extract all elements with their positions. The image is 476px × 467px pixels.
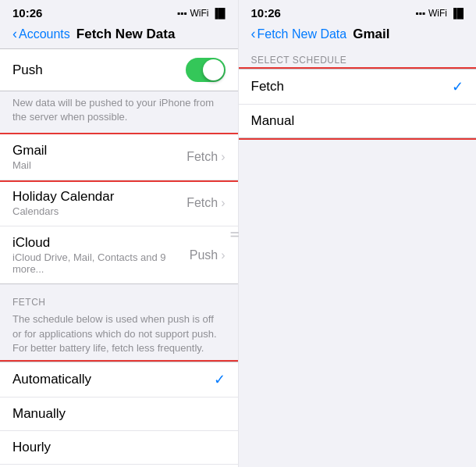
push-label: Push xyxy=(12,62,186,78)
icloud-chevron-icon: › xyxy=(221,248,225,262)
push-toggle[interactable] xyxy=(186,58,226,82)
accounts-list: Gmail Mail Fetch › Holiday Calendar Cale… xyxy=(0,134,238,284)
right-status-icons: ▪▪▪ WiFi ▐█ xyxy=(415,8,464,19)
left-phone-panel: 10:26 ▪▪▪ WiFi ▐█ ‹ Accounts Fetch New D… xyxy=(0,0,238,467)
left-nav-bar: ‹ Accounts Fetch New Data xyxy=(0,23,238,48)
icloud-item[interactable]: iCloud iCloud Drive, Mail, Contacts and … xyxy=(0,226,238,283)
schedule-fetch-label: Fetch xyxy=(251,79,453,94)
schedule-manual-label: Manual xyxy=(251,113,464,129)
gmail-badge: Fetch xyxy=(186,150,218,164)
push-section: Push xyxy=(0,48,238,91)
fetch-automatically-label: Automatically xyxy=(12,372,214,387)
left-back-label: Accounts xyxy=(19,27,70,41)
icloud-title: iCloud xyxy=(12,235,190,251)
battery-icon: ▐█ xyxy=(211,8,225,19)
wifi-icon: WiFi xyxy=(190,8,208,19)
left-nav-title: Fetch New Data xyxy=(76,27,176,42)
icloud-badge: Push xyxy=(190,248,218,262)
gmail-subtitle: Mail xyxy=(12,159,186,171)
fetch-automatically-item[interactable]: Automatically ✓ xyxy=(0,362,238,397)
gmail-account-item[interactable]: Gmail Mail Fetch › xyxy=(0,134,238,180)
select-schedule-label: SELECT SCHEDULE xyxy=(239,48,477,69)
push-item[interactable]: Push xyxy=(0,49,238,91)
holiday-badge: Fetch xyxy=(186,196,218,210)
right-status-bar: 10:26 ▪▪▪ WiFi ▐█ xyxy=(239,0,477,23)
fetch-description: The schedule below is used when push is … xyxy=(0,312,238,362)
fetch-hourly-label: Hourly xyxy=(12,440,226,455)
right-wifi-icon: WiFi xyxy=(428,8,447,19)
schedule-manual-item[interactable]: Manual xyxy=(239,105,477,137)
holiday-calendar-subtitle: Calendars xyxy=(12,205,186,217)
left-status-icons: ▪▪▪ WiFi ▐█ xyxy=(177,8,226,19)
push-description: New data will be pushed to your iPhone f… xyxy=(0,91,238,134)
left-status-time: 10:26 xyxy=(12,6,42,20)
fetch-automatically-checkmark: ✓ xyxy=(214,371,226,388)
fetch-options-list: Automatically ✓ Manually Hourly Every 30… xyxy=(0,362,238,467)
left-back-button[interactable]: ‹ Accounts xyxy=(12,26,70,42)
right-back-chevron-icon: ‹ xyxy=(251,26,256,42)
right-nav-bar: ‹ Fetch New Data Gmail xyxy=(239,23,477,48)
fetch-manually-item[interactable]: Manually xyxy=(0,397,238,431)
right-battery-icon: ▐█ xyxy=(450,8,464,19)
icloud-subtitle: iCloud Drive, Mail, Contacts and 9 more.… xyxy=(12,251,190,275)
fetch-hourly-item[interactable]: Hourly xyxy=(0,431,238,465)
holiday-calendar-item[interactable]: Holiday Calendar Calendars Fetch › xyxy=(0,180,238,226)
gmail-title: Gmail xyxy=(12,143,186,159)
signal-icon: ▪▪▪ xyxy=(177,8,187,19)
gmail-chevron-icon: › xyxy=(221,150,225,164)
left-back-chevron-icon: ‹ xyxy=(12,26,17,42)
fetch-section-label: FETCH xyxy=(0,284,238,312)
right-back-button[interactable]: ‹ Fetch New Data xyxy=(251,26,347,42)
right-signal-icon: ▪▪▪ xyxy=(415,8,425,19)
toggle-knob xyxy=(203,59,224,80)
holiday-calendar-title: Holiday Calendar xyxy=(12,189,186,205)
schedule-options-list: Fetch ✓ Manual xyxy=(239,69,477,138)
schedule-fetch-item[interactable]: Fetch ✓ xyxy=(239,70,477,105)
schedule-fetch-checkmark: ✓ xyxy=(452,78,464,95)
right-nav-title: Gmail xyxy=(353,27,389,42)
right-phone-panel: 10:26 ▪▪▪ WiFi ▐█ ‹ Fetch New Data Gmail… xyxy=(239,0,477,467)
left-status-bar: 10:26 ▪▪▪ WiFi ▐█ xyxy=(0,0,238,23)
right-back-label: Fetch New Data xyxy=(258,27,347,41)
holiday-chevron-icon: › xyxy=(221,196,225,210)
fetch-manually-label: Manually xyxy=(12,406,226,422)
right-status-time: 10:26 xyxy=(251,6,281,20)
